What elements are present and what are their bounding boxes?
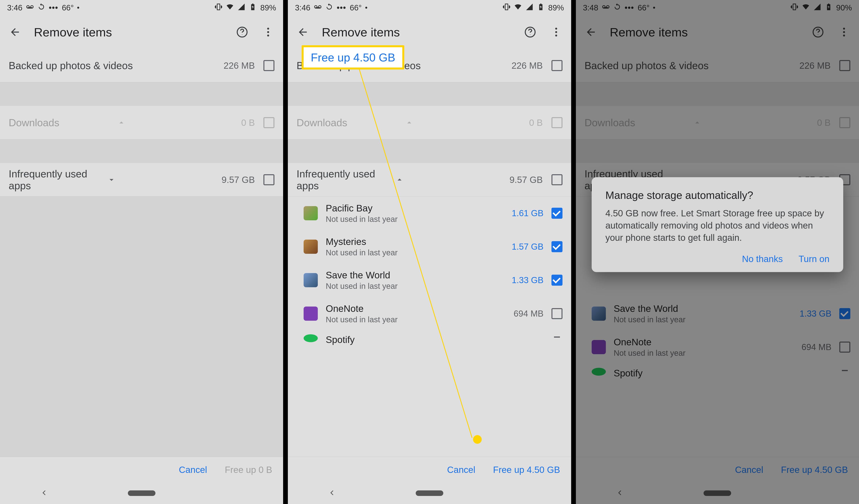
category-checkbox[interactable] xyxy=(552,117,562,128)
app-icon xyxy=(304,206,318,220)
wifi-icon xyxy=(514,3,522,13)
app-row[interactable]: Mysteries Not used in last year 1.57 GB xyxy=(288,230,571,264)
page-title: Remove items xyxy=(34,25,223,39)
smart-storage-dialog: Manage storage automatically? 4.50 GB no… xyxy=(592,177,843,272)
category-size: 0 B xyxy=(241,117,255,128)
category-checkbox[interactable] xyxy=(263,117,274,128)
app-icon xyxy=(304,273,318,287)
nav-home-pill[interactable] xyxy=(416,490,443,496)
more-notifications-icon: ••• xyxy=(337,3,346,12)
dialog-turn-on-button[interactable]: Turn on xyxy=(799,254,829,264)
app-size: 1.33 GB xyxy=(512,275,543,285)
chevron-up-icon xyxy=(395,175,404,185)
status-bar: 3:46 ••• 66° 89% xyxy=(288,0,571,15)
screen-3: 3:48 ••• 66° 90% Remove items xyxy=(576,0,859,504)
annotation-dot xyxy=(473,435,482,444)
category-backed-up[interactable]: Backed up photos & videos 226 MB xyxy=(576,49,859,82)
app-checkbox[interactable] xyxy=(552,208,562,219)
spacer xyxy=(0,139,283,163)
cancel-button[interactable]: Cancel xyxy=(447,464,475,475)
app-row[interactable]: Spotify xyxy=(288,330,571,352)
category-label: Backed up photos & videos xyxy=(9,60,216,72)
nav-back-icon[interactable] xyxy=(328,488,336,498)
category-checkbox[interactable] xyxy=(839,117,850,128)
screen-2: 3:46 ••• 66° 89% Remove items xyxy=(288,0,571,504)
category-size: 226 MB xyxy=(224,60,255,71)
category-size: 0 B xyxy=(529,117,543,128)
chevron-up-icon xyxy=(693,118,702,127)
nav-back-icon[interactable] xyxy=(616,488,624,498)
app-row[interactable]: Pacific Bay Not used in last year 1.61 G… xyxy=(288,196,571,230)
vibrate-icon xyxy=(502,3,511,13)
help-button[interactable] xyxy=(235,25,249,39)
voicemail-icon xyxy=(602,3,610,13)
app-icon xyxy=(592,306,606,321)
status-battery: 89% xyxy=(260,3,276,12)
app-checkbox[interactable] xyxy=(552,334,562,340)
free-up-button[interactable]: Free up 4.50 GB xyxy=(781,464,848,475)
category-label: Infrequently used apps xyxy=(9,168,100,192)
back-button[interactable] xyxy=(8,25,22,39)
app-checkbox[interactable] xyxy=(839,368,850,373)
category-apps[interactable]: Infrequently used apps 9.57 GB xyxy=(288,163,571,196)
app-icon xyxy=(304,240,318,254)
dialog-no-thanks-button[interactable]: No thanks xyxy=(742,254,783,264)
app-subtitle: Not used in last year xyxy=(614,315,792,324)
battery-icon xyxy=(249,3,257,13)
free-up-button[interactable]: Free up 0 B xyxy=(225,464,272,475)
app-row[interactable]: Save the World Not used in last year 1.3… xyxy=(576,297,859,330)
app-icon xyxy=(592,340,606,354)
nav-back-icon[interactable] xyxy=(40,488,48,498)
back-button[interactable] xyxy=(296,25,310,39)
app-name: OneNote xyxy=(614,337,794,347)
nav-home-pill[interactable] xyxy=(704,490,731,496)
app-checkbox[interactable] xyxy=(552,274,562,286)
signal-icon xyxy=(237,3,245,13)
category-checkbox[interactable] xyxy=(552,174,562,185)
app-row[interactable]: OneNote Not used in last year 694 MB xyxy=(576,330,859,364)
help-button[interactable] xyxy=(811,25,825,39)
app-checkbox[interactable] xyxy=(552,308,562,319)
category-backed-up[interactable]: Backed up photos & videos 226 MB xyxy=(0,49,283,82)
help-button[interactable] xyxy=(523,25,537,39)
app-size: 1.57 GB xyxy=(512,242,543,252)
free-up-button[interactable]: Free up 4.50 GB xyxy=(493,464,560,475)
signal-icon xyxy=(813,3,821,13)
more-notifications-icon: ••• xyxy=(49,3,58,12)
more-button[interactable] xyxy=(261,25,275,39)
category-checkbox[interactable] xyxy=(552,60,562,71)
category-checkbox[interactable] xyxy=(263,60,274,71)
app-checkbox[interactable] xyxy=(552,241,562,252)
app-row[interactable]: Save the World Not used in last year 1.3… xyxy=(288,264,571,297)
sync-icon xyxy=(37,3,45,13)
app-icon xyxy=(304,334,318,342)
cancel-button[interactable]: Cancel xyxy=(735,464,763,475)
status-battery: 90% xyxy=(836,3,852,12)
status-bar: 3:48 ••• 66° 90% xyxy=(576,0,859,15)
category-downloads[interactable]: Downloads 0 B xyxy=(0,106,283,139)
category-checkbox[interactable] xyxy=(263,174,274,185)
app-checkbox[interactable] xyxy=(839,342,850,352)
category-checkbox[interactable] xyxy=(839,60,850,71)
more-button[interactable] xyxy=(837,25,851,39)
back-button[interactable] xyxy=(584,25,598,39)
battery-icon xyxy=(537,3,545,13)
cancel-button[interactable]: Cancel xyxy=(179,464,207,475)
app-name: Spotify xyxy=(326,334,543,345)
more-button[interactable] xyxy=(549,25,563,39)
app-row[interactable]: OneNote Not used in last year 694 MB xyxy=(288,297,571,330)
app-name: Save the World xyxy=(326,270,504,281)
nav-home-pill[interactable] xyxy=(128,490,155,496)
svg-point-7 xyxy=(555,35,557,37)
category-downloads[interactable]: Downloads 0 B xyxy=(288,106,571,139)
bottom-actions: Cancel Free up 4.50 GB xyxy=(288,457,571,482)
app-size: 1.61 GB xyxy=(512,208,543,218)
voicemail-icon xyxy=(26,3,34,13)
category-apps[interactable]: Infrequently used apps 9.57 GB xyxy=(0,163,283,196)
category-size: 226 MB xyxy=(799,60,831,71)
app-name: Mysteries xyxy=(326,236,504,247)
chevron-up-icon xyxy=(117,118,126,127)
category-downloads[interactable]: Downloads 0 B xyxy=(576,106,859,139)
app-row[interactable]: Spotify xyxy=(576,364,859,385)
app-checkbox[interactable] xyxy=(839,308,850,319)
